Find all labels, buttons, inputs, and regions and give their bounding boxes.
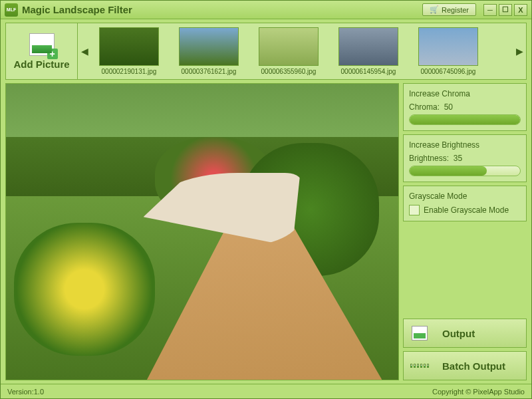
thumbnail-image: [179, 27, 239, 66]
grayscale-checkbox-label: Enable Grayscale Mode: [424, 205, 509, 215]
register-label: Register: [442, 6, 469, 14]
plus-icon: +: [47, 49, 58, 59]
window-title: Magic Landscape Filter: [22, 4, 422, 15]
thumbnail-label: 000002190131.jpg: [102, 68, 157, 75]
thumbnail-image: [338, 27, 398, 66]
app-window: MLF Magic Landscape Filter 🛒Register ─ ☐…: [0, 0, 532, 399]
thumbnail-item[interactable]: 000003761621.jpg: [172, 27, 245, 75]
register-button[interactable]: 🛒Register: [422, 3, 476, 16]
grayscale-checkbox[interactable]: [409, 205, 420, 215]
batch-output-label: Batch Output: [442, 360, 505, 372]
version-label: Version:1.0: [7, 388, 44, 396]
grayscale-checkbox-row: Enable Grayscale Mode: [409, 205, 521, 215]
thumbnail-item[interactable]: 000006145954.jpg: [332, 27, 405, 75]
cart-icon: 🛒: [430, 5, 439, 14]
titlebar: MLF Magic Landscape Filter 🛒Register ─ ☐…: [1, 1, 531, 19]
main-area: Increase Chroma Chroma: 50 Increase Brig…: [5, 83, 527, 380]
output-icon: [410, 325, 429, 342]
brightness-title: Increase Brightness: [409, 140, 521, 150]
chroma-value: 50: [444, 102, 453, 112]
app-logo-icon: MLF: [5, 3, 18, 17]
add-picture-label: Add Picture: [13, 59, 69, 70]
batch-output-button[interactable]: Batch Output: [403, 351, 527, 380]
brightness-value: 35: [454, 154, 462, 163]
thumb-scroll-right[interactable]: ▶: [513, 23, 526, 79]
thumbnail-item[interactable]: 000002190131.jpg: [92, 27, 166, 75]
side-panel: Increase Chroma Chroma: 50 Increase Brig…: [403, 83, 527, 380]
thumbnail-item[interactable]: 000006745096.jpg: [412, 27, 485, 75]
output-label: Output: [442, 328, 475, 339]
thumbnail-image: [418, 27, 478, 66]
thumb-scroll-left[interactable]: ◀: [78, 23, 91, 79]
chroma-title: Increase Chroma: [409, 89, 521, 98]
chroma-panel: Increase Chroma Chroma: 50: [403, 83, 527, 131]
output-button[interactable]: Output: [403, 319, 527, 348]
status-bar: Version:1.0 Copyright © PixelApp Studio: [1, 384, 531, 398]
add-picture-button[interactable]: + Add Picture: [6, 23, 78, 79]
chroma-slider[interactable]: [409, 114, 521, 125]
grayscale-title: Grayscale Mode: [409, 192, 521, 201]
thumbnail-strip: 000002190131.jpg 000003761621.jpg 000006…: [91, 25, 513, 78]
batch-output-icon: [410, 357, 429, 374]
preview-image: [5, 83, 399, 380]
maximize-button[interactable]: ☐: [499, 4, 512, 16]
thumbnail-label: 000003761621.jpg: [182, 68, 237, 75]
thumbnail-image: [99, 27, 159, 66]
brightness-slider[interactable]: [409, 166, 521, 176]
brightness-panel: Increase Brightness Brightness: 35: [403, 134, 527, 182]
toolbar: + Add Picture ◀ 000002190131.jpg 0000037…: [5, 23, 527, 80]
grayscale-panel: Grayscale Mode Enable Grayscale Mode: [403, 186, 527, 221]
add-picture-icon: +: [29, 33, 55, 56]
thumbnail-image: [259, 27, 319, 66]
minimize-button[interactable]: ─: [483, 4, 497, 16]
copyright-label: Copyright © PixelApp Studio: [432, 388, 525, 396]
thumbnail-label: 000006355960.jpg: [261, 68, 317, 75]
thumbnail-label: 000006145954.jpg: [341, 68, 396, 75]
brightness-label: Brightness:: [409, 154, 449, 163]
chroma-label: Chroma:: [409, 102, 440, 112]
thumbnail-item[interactable]: 000006355960.jpg: [252, 27, 325, 75]
thumbnail-label: 000006745096.jpg: [421, 68, 476, 75]
close-button[interactable]: X: [514, 4, 527, 16]
